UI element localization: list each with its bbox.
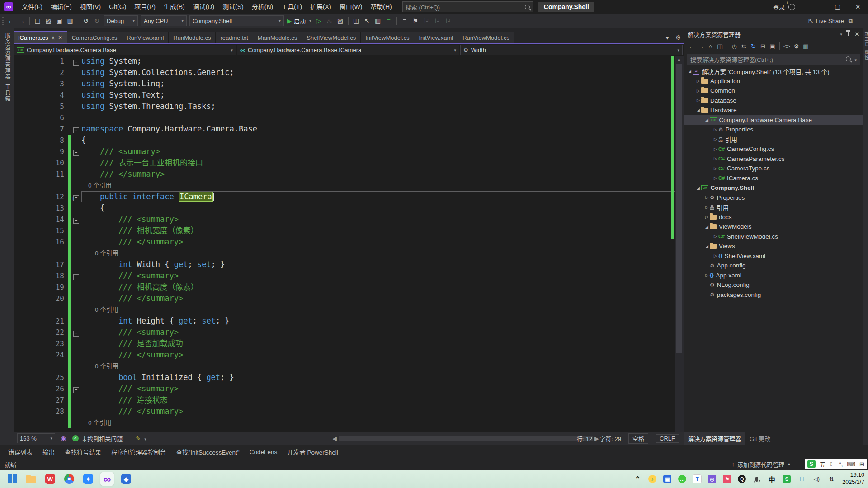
ime-mode[interactable]: 五 — [820, 460, 826, 469]
fold-marker-icon[interactable]: − — [73, 274, 79, 280]
sogou-logo-icon[interactable]: S — [807, 460, 816, 468]
indent-button[interactable]: ≡ — [384, 16, 394, 26]
next-bookmark-button[interactable]: ⚐ — [432, 16, 442, 26]
codelens-references[interactable]: 0 个引用 — [81, 417, 684, 428]
spaces-indicator[interactable]: 空格 — [628, 433, 648, 444]
doc-tab-RunViewModel.cs[interactable]: RunViewModel.cs — [458, 32, 514, 43]
close-button[interactable]: ✕ — [848, 0, 868, 14]
tree-item-App.xaml[interactable]: ▷{}App.xaml — [684, 271, 863, 281]
expand-arrow-icon[interactable]: ▷ — [712, 234, 718, 239]
tree-item-Company.Hardware.Camera.Base[interactable]: ◢C#Company.Hardware.Camera.Base — [684, 115, 863, 125]
expand-arrow-icon[interactable]: ▷ — [712, 137, 718, 141]
menu-窗口(W)[interactable]: 窗口(W) — [335, 0, 367, 14]
zoom-select[interactable]: 163 %▾ — [17, 433, 55, 443]
se-new-view-button[interactable]: ▥ — [801, 43, 811, 50]
toolbox-vertical-tab[interactable]: 工具箱 — [4, 84, 11, 102]
fold-marker-icon[interactable]: − — [73, 218, 79, 224]
select-tool-button[interactable]: ↖ — [362, 16, 372, 26]
doc-tab-InitView.xaml[interactable]: InitView.xaml — [414, 32, 458, 43]
open-file-button[interactable]: ▨ — [43, 16, 53, 26]
code-editor[interactable]: 1−using System;2using System.Collections… — [14, 56, 684, 432]
tree-item-docs[interactable]: ▷docs — [684, 212, 863, 222]
tray-sogou[interactable]: S — [782, 474, 791, 483]
se-sync-button[interactable]: ⇆ — [739, 43, 749, 50]
tray-tencent-docs[interactable]: T — [693, 474, 702, 483]
tray-wechat[interactable]: … — [678, 474, 687, 483]
doc-tab-MainModule.cs[interactable]: MainModule.cs — [253, 32, 302, 43]
account-icon[interactable] — [788, 4, 795, 10]
tree-item-解决方案 'Company.Shell' (13 个项目, 共 13 个)[interactable]: ◢⊿解决方案 'Company.Shell' (13 个项目, 共 13 个) — [684, 66, 863, 76]
taskbar-meeting-app[interactable]: ✦ — [81, 472, 95, 486]
nav-back-button[interactable]: ← — [6, 16, 16, 26]
start-without-debugging-button[interactable]: ▷ — [314, 16, 324, 26]
expand-arrow-icon[interactable]: ▷ — [704, 273, 710, 277]
char-indicator[interactable]: 字符: 29 — [599, 434, 621, 443]
ime-toolbar[interactable]: S 五 ☾ °, ⌨ ⊞ — [805, 459, 867, 469]
tree-item-CameraParameter.cs[interactable]: ▷C#CameraParameter.cs — [684, 154, 863, 164]
doc-tab-ICamera.cs[interactable]: ICamera.cs⊼✕ — [14, 31, 67, 43]
menu-项目(P)[interactable]: 项目(P) — [130, 0, 160, 14]
format-button[interactable]: ≡ — [400, 16, 410, 26]
doc-tab-RunModule.cs[interactable]: RunModule.cs — [169, 32, 216, 43]
scrollbar-thumb[interactable] — [676, 64, 682, 353]
tree-item-Common[interactable]: ▷Common — [684, 86, 863, 96]
tray-network[interactable]: ⇅ — [827, 474, 836, 483]
fold-column[interactable]: − — [71, 383, 81, 394]
expand-arrow-icon[interactable]: ◢ — [704, 225, 710, 229]
fold-marker-icon[interactable]: − — [73, 60, 79, 66]
document-health-icon[interactable]: ◉ — [61, 435, 66, 442]
panel-tab-解决方案资源管理器[interactable]: 解决方案资源管理器 — [684, 432, 745, 445]
tray-work-app[interactable]: ▣ — [663, 474, 672, 483]
expand-arrow-icon[interactable]: ▷ — [712, 127, 718, 132]
tree-item-ShellViewModel.cs[interactable]: ▷C#ShellViewModel.cs — [684, 232, 863, 242]
tree-item-Properties[interactable]: ▷⚙Properties — [684, 193, 863, 203]
tree-item-Company.Shell[interactable]: ◢C#Company.Shell — [684, 183, 863, 193]
sign-in-button[interactable]: 登录 — [773, 3, 785, 11]
doc-tab-RunView.xaml[interactable]: RunView.xaml — [122, 32, 169, 43]
tree-item-ICamera.cs[interactable]: ▷C#ICamera.cs — [684, 174, 863, 183]
find-in-files-button[interactable]: ▨ — [335, 16, 345, 26]
codelens-references[interactable]: 0 个引用 — [81, 248, 684, 259]
expand-arrow-icon[interactable]: ▷ — [695, 89, 701, 93]
se-pending-changes-filter-button[interactable]: ◷ — [730, 43, 739, 50]
new-project-button[interactable]: ▤ — [33, 16, 42, 26]
redo-button[interactable]: ↻ — [92, 16, 102, 26]
menu-视图(V)[interactable]: 视图(V) — [76, 0, 105, 14]
fold-marker-icon[interactable]: − — [73, 127, 79, 133]
taskbar-visual-studio[interactable]: ∞ — [100, 472, 114, 486]
new-tools-vertical-tab[interactable]: 新工具 — [863, 32, 868, 47]
expand-arrow-icon[interactable]: ▷ — [704, 215, 710, 219]
taskbar-file-explorer[interactable] — [24, 472, 38, 486]
panel-menu-icon[interactable]: ▾ — [840, 32, 843, 37]
bookmark-button[interactable]: ⚑ — [410, 16, 420, 26]
menu-Git(G)[interactable]: Git(G) — [105, 0, 130, 14]
breadcrumb-segment-1[interactable]: o-oCompany.Hardware.Camera.Base.ICamera▾ — [237, 45, 459, 55]
tab-list-dropdown-icon[interactable]: ▾ — [662, 33, 672, 42]
menu-文件(F)[interactable]: 文件(F) — [18, 0, 47, 14]
live-share-button[interactable]: ⇱ Live Share ⧉ — [808, 17, 853, 24]
tree-item-packages.config[interactable]: ⚙packages.config — [684, 290, 863, 300]
tray-qq[interactable]: Q — [737, 474, 746, 483]
tree-item-Database[interactable]: ▷Database — [684, 96, 863, 106]
bottom-tab-查找符号结果[interactable]: 查找符号结果 — [63, 446, 103, 458]
bottom-tab-查找"InitSuccessEvent"[interactable]: 查找"InitSuccessEvent" — [175, 446, 241, 458]
expand-arrow-icon[interactable]: ▷ — [712, 166, 718, 171]
code-fix-icon[interactable]: ✎▾ — [136, 435, 146, 442]
tree-item-CameraConfig.cs[interactable]: ▷C#CameraConfig.cs — [684, 144, 863, 154]
nav-forward-button[interactable]: → — [17, 16, 27, 26]
taskbar-blue-app[interactable]: ◆ — [119, 472, 133, 486]
se-collapse-all-button[interactable]: ⊟ — [758, 43, 768, 50]
doc-tab-ShellViewModel.cs[interactable]: ShellViewModel.cs — [302, 32, 361, 43]
tree-item-Views[interactable]: ◢Views — [684, 241, 863, 251]
quick-actions-icon[interactable]: ⌐ — [67, 197, 79, 200]
hscroll-track[interactable] — [339, 436, 593, 441]
tray-pink-app[interactable]: ⚑ — [722, 474, 731, 483]
restore-button[interactable]: ▢ — [827, 0, 848, 14]
tree-item-Properties[interactable]: ▷⚙Properties — [684, 125, 863, 135]
expand-arrow-icon[interactable]: ▷ — [712, 176, 718, 180]
expand-arrow-icon[interactable]: ◢ — [687, 69, 693, 74]
expand-arrow-icon[interactable]: ▷ — [712, 156, 718, 161]
menu-扩展(X)[interactable]: 扩展(X) — [306, 0, 335, 14]
se-properties-button[interactable]: ⚙ — [792, 43, 801, 50]
bottom-tab-输出[interactable]: 输出 — [41, 446, 57, 458]
